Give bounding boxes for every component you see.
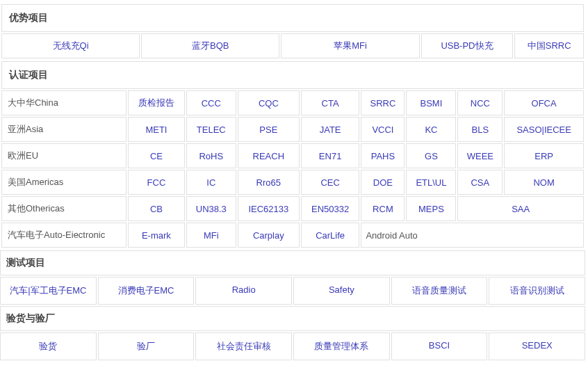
cert-row-label: 欧洲EU xyxy=(1,143,126,168)
certification-section: 认证项目 大中华China 质检报告 CCC CQC CTA SRRC BSMI… xyxy=(0,60,585,249)
cert-link[interactable]: BLS xyxy=(472,125,489,135)
cert-link[interactable]: GS xyxy=(425,151,438,161)
inspection-link[interactable]: 社会责任审核 xyxy=(217,341,271,351)
cert-link[interactable]: METI xyxy=(145,125,167,135)
cert-link[interactable]: CarLife xyxy=(316,230,345,241)
testing-link[interactable]: Safety xyxy=(329,284,354,295)
advantage-row: 无线充Qi 蓝牙BQB 苹果MFi USB-PD快充 中国SRRC xyxy=(1,33,584,58)
cert-link[interactable]: TELEC xyxy=(197,125,226,135)
cert-row-label: 美国Americas xyxy=(1,170,126,195)
advantage-section: 优势项目 无线充Qi 蓝牙BQB 苹果MFi USB-PD快充 中国SRRC xyxy=(0,3,585,60)
cert-link[interactable]: RCM xyxy=(373,204,393,214)
testing-link[interactable]: Radio xyxy=(232,284,256,295)
cert-link[interactable]: Carplay xyxy=(253,230,284,241)
cert-link[interactable]: IC xyxy=(206,177,215,188)
testing-row: 汽车|军工电子EMC 消费电子EMC Radio Safety 语音质量测试 语… xyxy=(0,277,585,305)
certification-title: 认证项目 xyxy=(1,61,584,89)
cert-row-auto: 汽车电子Auto-Eiectronic E-mark MFi Carplay C… xyxy=(1,223,584,248)
cert-link[interactable]: EN50332 xyxy=(311,204,349,214)
inspection-link[interactable]: 验厂 xyxy=(137,341,155,351)
testing-link[interactable]: 汽车|军工电子EMC xyxy=(10,285,86,296)
cert-row-label: 其他Othericas xyxy=(1,196,126,221)
testing-link[interactable]: 语音识别测试 xyxy=(510,285,564,296)
inspection-title: 验货与验厂 xyxy=(0,306,585,331)
cert-link[interactable]: CB xyxy=(150,204,163,214)
cert-row-other: 其他Othericas CB UN38.3 IEC62133 EN50332 R… xyxy=(1,196,584,221)
cert-row-label: 汽车电子Auto-Eiectronic xyxy=(1,223,126,248)
advantage-link[interactable]: 中国SRRC xyxy=(528,40,571,51)
advantage-link[interactable]: 苹果MFi xyxy=(334,40,367,51)
cert-row-asia: 亚洲Asia METI TELEC PSE JATE VCCI KC BLS S… xyxy=(1,117,584,142)
cert-row-label: 亚洲Asia xyxy=(1,117,126,142)
cert-link[interactable]: PAHS xyxy=(371,151,395,161)
inspection-link[interactable]: BSCI xyxy=(429,340,450,351)
cert-link[interactable]: CCC xyxy=(202,98,221,109)
cert-row-americas: 美国Americas FCC IC Rro65 CEC DOE ETL\UL C… xyxy=(1,170,584,195)
inspection-link[interactable]: 质量管理体系 xyxy=(314,341,368,351)
cert-link[interactable]: RoHS xyxy=(199,151,223,161)
cert-link[interactable]: JATE xyxy=(320,125,341,135)
cert-link[interactable]: SASO|IECEE xyxy=(516,125,571,135)
cert-link[interactable]: CEC xyxy=(320,177,339,188)
cert-link[interactable]: EN71 xyxy=(319,151,342,161)
cert-link[interactable]: NOM xyxy=(533,177,554,188)
advantage-link[interactable]: USB-PD快充 xyxy=(441,40,493,51)
cert-row-china: 大中华China 质检报告 CCC CQC CTA SRRC BSMI NCC … xyxy=(1,90,584,115)
testing-title: 测试项目 xyxy=(0,250,585,275)
inspection-link[interactable]: 验货 xyxy=(39,341,57,351)
cert-link[interactable]: MEPS xyxy=(418,204,444,214)
cert-text: Android Auto xyxy=(366,230,417,241)
cert-row-eu: 欧洲EU CE RoHS REACH EN71 PAHS GS WEEE ERP xyxy=(1,143,584,168)
cert-link[interactable]: 质检报告 xyxy=(138,97,174,108)
cert-row-label: 大中华China xyxy=(1,90,126,115)
cert-link[interactable]: MFi xyxy=(204,230,219,241)
testing-link[interactable]: 消费电子EMC xyxy=(118,285,174,296)
advantage-link[interactable]: 蓝牙BQB xyxy=(192,40,229,51)
cert-link[interactable]: KC xyxy=(425,125,437,135)
cert-link[interactable]: E-mark xyxy=(142,230,171,241)
cert-link[interactable]: IEC62133 xyxy=(248,204,288,214)
cert-link[interactable]: DOE xyxy=(373,177,393,188)
advantage-title: 优势项目 xyxy=(1,4,584,32)
inspection-link[interactable]: SEDEX xyxy=(522,340,553,351)
cert-link[interactable]: SAA xyxy=(512,204,530,214)
cert-link[interactable]: REACH xyxy=(253,151,285,161)
cert-link[interactable]: CSA xyxy=(471,177,489,188)
cert-link[interactable]: NCC xyxy=(471,98,490,109)
cert-link[interactable]: CE xyxy=(150,151,163,161)
cert-link[interactable]: PSE xyxy=(259,125,277,135)
inspection-row: 验货 验厂 社会责任审核 质量管理体系 BSCI SEDEX xyxy=(0,332,585,360)
advantage-link[interactable]: 无线充Qi xyxy=(53,40,89,51)
cert-link[interactable]: SRRC xyxy=(370,98,396,109)
testing-link[interactable]: 语音质量测试 xyxy=(412,285,466,296)
cert-link[interactable]: CTA xyxy=(322,98,339,109)
cert-link[interactable]: ETL\UL xyxy=(416,177,446,188)
cert-link[interactable]: OFCA xyxy=(532,98,557,109)
cert-link[interactable]: BSMI xyxy=(420,98,443,109)
cert-link[interactable]: FCC xyxy=(147,177,166,188)
cert-link[interactable]: CQC xyxy=(259,98,279,109)
cert-link[interactable]: VCCI xyxy=(372,125,393,135)
cert-link[interactable]: UN38.3 xyxy=(196,204,227,214)
cert-link[interactable]: WEEE xyxy=(467,151,493,161)
cert-link[interactable]: Rro65 xyxy=(256,177,281,188)
cert-link[interactable]: ERP xyxy=(534,151,553,161)
